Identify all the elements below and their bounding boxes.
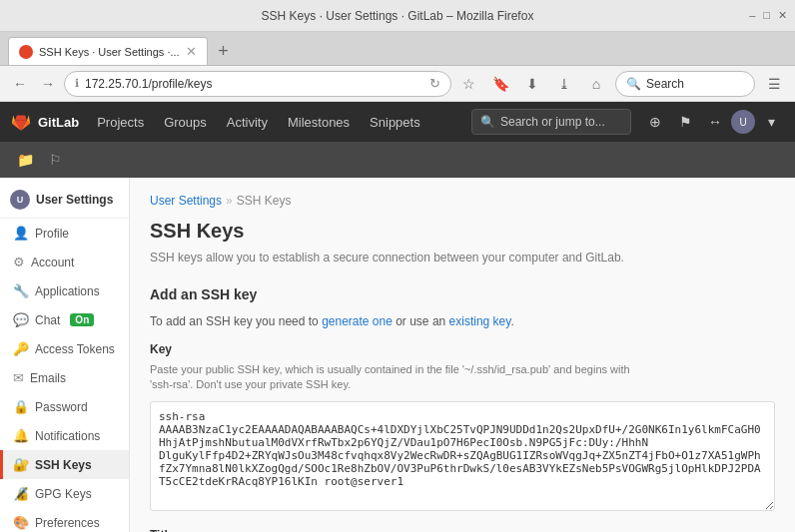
existing-key-link[interactable]: existing key (449, 314, 511, 328)
add-ssh-key-section-title: Add an SSH key (150, 286, 775, 302)
notifications-icon: 🔔 (13, 428, 29, 443)
emails-icon: ✉ (13, 370, 24, 385)
password-icon: 🔒 (13, 399, 29, 414)
sidebar-item-label: Preferences (35, 516, 100, 530)
sidebar-item-access-tokens[interactable]: 🔑 Access Tokens (0, 334, 129, 363)
nav-projects[interactable]: Projects (89, 111, 152, 134)
sidebar-item-notifications[interactable]: 🔔 Notifications (0, 421, 129, 450)
page-title: SSH Keys (150, 220, 775, 243)
content-area: User Settings » SSH Keys SSH Keys SSH ke… (130, 178, 795, 532)
url-text: 172.25.70.1/profile/keys (85, 77, 423, 91)
profile-icon: 👤 (13, 226, 29, 241)
breadcrumb-parent-link[interactable]: User Settings (150, 194, 222, 208)
key-hint-line1: Paste your public SSH key, which is usua… (150, 363, 630, 375)
nav-issues-icon[interactable]: ⚑ (671, 108, 699, 136)
gitlab-search-placeholder: Search or jump to... (500, 115, 605, 129)
search-icon: 🔍 (626, 77, 641, 91)
gitlab-navbar: GitLab Projects Groups Activity Mileston… (0, 102, 795, 142)
sidebar-item-label: Profile (35, 227, 69, 241)
generate-one-link[interactable]: generate one (322, 314, 393, 328)
address-bar[interactable]: ℹ 172.25.70.1/profile/keys ↻ (64, 71, 451, 97)
preferences-icon: 🎨 (13, 515, 29, 530)
sidebar-user-title: User Settings (36, 193, 113, 207)
gitlab-logo-icon (10, 111, 32, 133)
info-text-before: To add an SSH key you need to (150, 314, 322, 328)
nav-plus-icon[interactable]: ⊕ (641, 108, 669, 136)
breadcrumb-separator: » (226, 194, 233, 208)
chat-icon: 💬 (13, 312, 29, 327)
add-ssh-key-info: To add an SSH key you need to generate o… (150, 312, 775, 330)
info-text-middle: or use an (393, 314, 449, 328)
sidebar-item-password[interactable]: 🔒 Password (0, 392, 129, 421)
info-text-after: . (510, 314, 513, 328)
forward-button[interactable]: → (36, 72, 60, 96)
sidebar-item-label: Emails (30, 371, 66, 385)
gitlab-search-box[interactable]: 🔍 Search or jump to... (471, 109, 631, 135)
folder-icon[interactable]: 📁 (12, 147, 38, 173)
flag-icon[interactable]: ⚐ (42, 147, 68, 173)
back-button[interactable]: ← (8, 72, 32, 96)
applications-icon: 🔧 (13, 283, 29, 298)
title-field-label: Title (150, 528, 775, 532)
new-tab-button[interactable]: + (212, 39, 236, 63)
browser-title: SSH Keys · User Settings · GitLab – Mozi… (262, 9, 534, 23)
sidebar-item-emails[interactable]: ✉ Emails (0, 363, 129, 392)
window-controls[interactable]: – □ ✕ (749, 9, 787, 22)
access-tokens-icon: 🔑 (13, 341, 29, 356)
nav-milestones[interactable]: Milestones (280, 111, 358, 134)
sidebar-item-account[interactable]: ⚙ Account (0, 248, 129, 276)
gitlab-text: GitLab (38, 115, 79, 130)
close-btn[interactable]: ✕ (778, 9, 787, 22)
sidebar-item-applications[interactable]: 🔧 Applications (0, 276, 129, 305)
minimize-btn[interactable]: – (749, 9, 755, 22)
browser-nav-bar: ← → ℹ 172.25.70.1/profile/keys ↻ ☆ 🔖 ⬇ ⤓… (0, 66, 795, 102)
bookmark-list-icon[interactable]: 🔖 (487, 71, 513, 97)
sidebar-item-label: Chat (35, 313, 60, 327)
sidebar-item-profile[interactable]: 👤 Profile (0, 219, 129, 248)
user-icon: U (10, 190, 30, 210)
tab-label: SSH Keys · User Settings ·... (39, 46, 180, 58)
gitlab-logo[interactable]: GitLab (10, 111, 79, 133)
active-tab[interactable]: SSH Keys · User Settings ·... ✕ (8, 37, 208, 65)
sidebar-item-label: Access Tokens (35, 342, 115, 356)
sidebar-item-chat[interactable]: 💬 Chat On (0, 305, 129, 334)
sidebar-item-preferences[interactable]: 🎨 Preferences (0, 508, 129, 532)
gpg-keys-icon: 🔏 (13, 486, 29, 501)
user-avatar[interactable]: U (731, 110, 755, 134)
on-badge: On (70, 313, 94, 326)
nav-mr-icon[interactable]: ↔ (701, 108, 729, 136)
maximize-btn[interactable]: □ (763, 9, 770, 22)
sidebar-item-label: Account (31, 256, 74, 269)
bookmark-star-icon[interactable]: ☆ (455, 71, 481, 97)
sidebar-user-section: U User Settings (0, 178, 129, 219)
key-textarea[interactable] (150, 401, 775, 511)
nav-dropdown-icon[interactable]: ▾ (757, 108, 785, 136)
security-icon: ℹ (75, 77, 79, 90)
reload-button[interactable]: ↻ (429, 76, 440, 91)
sidebar-item-label: SSH Keys (35, 458, 92, 472)
browser-search-box[interactable]: 🔍 Search (615, 71, 755, 97)
home-icon[interactable]: ⌂ (583, 71, 609, 97)
ssh-keys-icon: 🔐 (13, 457, 29, 472)
download-icon[interactable]: ⤓ (551, 71, 577, 97)
account-icon: ⚙ (13, 255, 25, 269)
nav-snippets[interactable]: Snippets (362, 111, 428, 134)
sidebar-item-gpg-keys[interactable]: 🔏 GPG Keys (0, 479, 129, 508)
tab-close-button[interactable]: ✕ (186, 44, 197, 59)
sidebar-item-label: Password (35, 400, 88, 414)
secondary-navbar: 📁 ⚐ (0, 142, 795, 178)
nav-groups[interactable]: Groups (156, 111, 215, 134)
menu-icon[interactable]: ☰ (761, 71, 787, 97)
browser-toolbar: ☆ 🔖 ⬇ ⤓ ⌂ 🔍 Search ☰ (455, 71, 787, 97)
key-field-hint: Paste your public SSH key, which is usua… (150, 362, 775, 393)
sidebar-item-ssh-keys[interactable]: 🔐 SSH Keys (0, 450, 129, 479)
sidebar-user: U User Settings (10, 190, 119, 210)
pocket-icon[interactable]: ⬇ (519, 71, 545, 97)
key-hint-line2: 'ssh-rsa'. Don't use your private SSH ke… (150, 378, 351, 390)
sidebar-item-label: Applications (35, 284, 100, 298)
main-layout: U User Settings 👤 Profile ⚙ Account 🔧 Ap… (0, 178, 795, 532)
nav-activity[interactable]: Activity (219, 111, 276, 134)
breadcrumb: User Settings » SSH Keys (150, 194, 775, 208)
gitlab-search-icon: 🔍 (480, 115, 495, 129)
browser-title-bar: SSH Keys · User Settings · GitLab – Mozi… (0, 0, 795, 32)
